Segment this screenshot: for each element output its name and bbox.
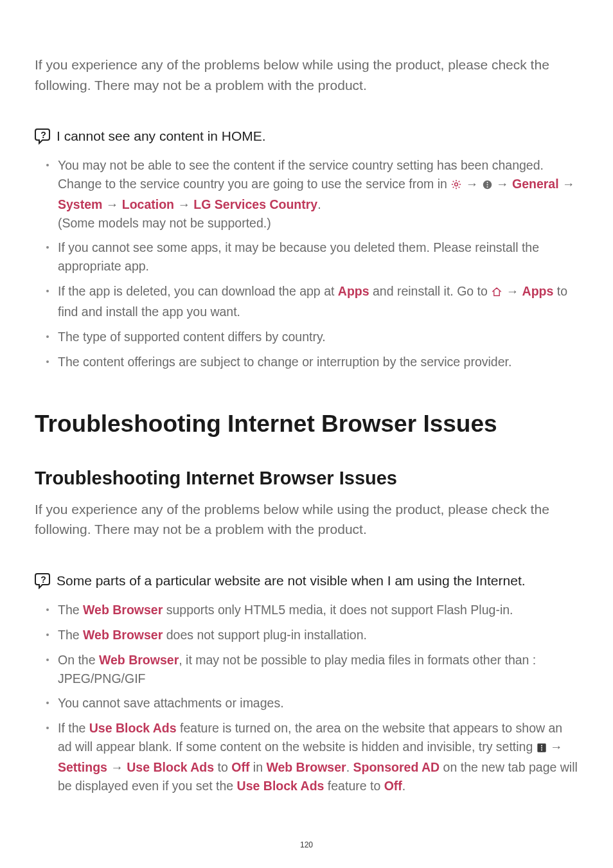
- faq1-item-4: The type of supported content differs by…: [58, 328, 578, 346]
- svg-text:?: ?: [40, 574, 46, 585]
- svg-point-8: [541, 745, 542, 747]
- faq2-item-1: The Web Browser supports only HTML5 medi…: [58, 601, 578, 619]
- faq-question-1: I cannot see any content in HOME.: [57, 127, 266, 145]
- svg-point-10: [541, 749, 542, 750]
- intro-paragraph-1: If you experience any of the problems be…: [35, 55, 578, 95]
- intro-paragraph-2: If you experience any of the problems be…: [35, 499, 578, 540]
- faq1-item-5: The content offerings are subject to cha…: [58, 353, 578, 371]
- gear-icon: [450, 177, 462, 195]
- faq1-item-1: You may not be able to see the content i…: [58, 156, 578, 232]
- svg-point-3: [486, 182, 488, 183]
- page-title: Troubleshooting Internet Browser Issues: [35, 410, 578, 438]
- dots-icon: [482, 177, 493, 195]
- faq2-item-4: You cannot save attachments or images.: [58, 694, 578, 713]
- faq2-item-5: If the Use Block Ads feature is turned o…: [58, 719, 578, 795]
- question-icon: ?: [35, 572, 53, 592]
- faq1-item-2: If you cannot see some apps, it may be b…: [58, 238, 578, 276]
- faq-block-website-invisible: ? Some parts of a particular website are…: [35, 572, 578, 795]
- svg-point-5: [486, 186, 488, 188]
- svg-text:?: ?: [40, 130, 46, 140]
- home-icon: [491, 284, 502, 303]
- faq1-item-3: If the app is deleted, you can download …: [58, 282, 578, 321]
- faq-question-2: Some parts of a particular website are n…: [57, 572, 526, 590]
- svg-point-1: [455, 182, 458, 186]
- faq-block-home-content: ? I cannot see any content in HOME. You …: [35, 127, 578, 371]
- svg-point-9: [541, 747, 542, 748]
- svg-point-4: [486, 184, 488, 185]
- faq2-item-3: On the Web Browser, it may not be possib…: [58, 651, 578, 688]
- question-icon: ?: [35, 128, 53, 147]
- menu-icon: [537, 740, 547, 758]
- section-subtitle: Troubleshooting Internet Browser Issues: [35, 468, 578, 489]
- page-number: 120: [35, 840, 578, 849]
- faq2-item-2: The Web Browser does not support plug-in…: [58, 626, 578, 644]
